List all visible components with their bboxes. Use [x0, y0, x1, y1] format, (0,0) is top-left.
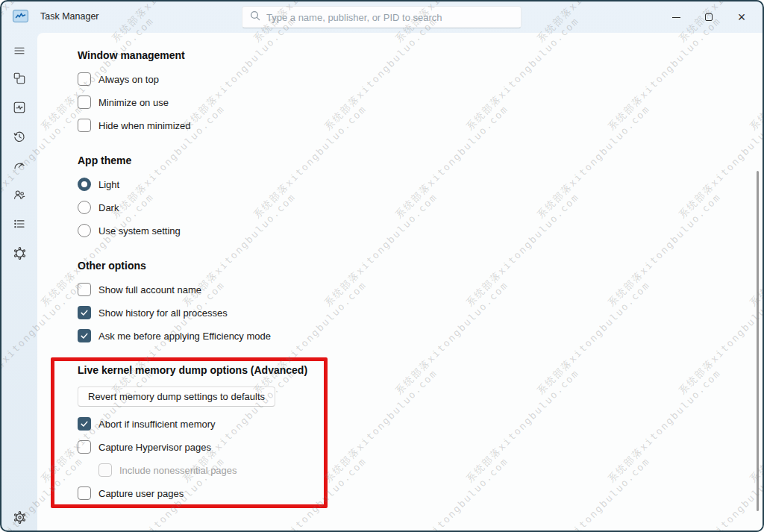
checkbox-row: Show full account name: [78, 282, 271, 297]
checkbox-row: Abort if insufficient memory: [78, 416, 307, 431]
sidebar-item-app-history[interactable]: [7, 125, 31, 148]
checkbox-label: Hide when minimized: [98, 120, 191, 131]
checkbox-label: Abort if insufficient memory: [98, 419, 216, 430]
users-icon: [13, 188, 26, 201]
settings-icon: [13, 510, 27, 525]
radio-row: Dark: [78, 200, 181, 215]
search-box[interactable]: [242, 6, 522, 28]
checkbox-label: Include nonessential pages: [119, 465, 237, 476]
section-title: Live kernel memory dump options (Advance…: [78, 364, 307, 376]
sidebar-item-performance[interactable]: [7, 96, 31, 119]
sidebar-item-processes[interactable]: [7, 66, 31, 90]
search-input[interactable]: [266, 12, 513, 23]
check-icon: [80, 331, 89, 340]
checkbox-label: Capture Hypervisor pages: [98, 442, 211, 453]
processes-icon: [13, 72, 26, 85]
details-icon: [13, 217, 26, 231]
radio-label: Dark: [98, 202, 119, 213]
section-app-theme: App theme LightDarkUse system setting: [78, 154, 181, 246]
checkbox[interactable]: [78, 417, 91, 431]
radio-label: Use system setting: [98, 225, 181, 237]
checkbox-label: Ask me before applying Efficiency mode: [98, 331, 271, 342]
minimize-icon: [672, 17, 680, 18]
services-icon: [13, 246, 27, 260]
checkbox[interactable]: [78, 306, 91, 319]
sidebar-item-details[interactable]: [7, 212, 31, 236]
revert-memory-dump-button[interactable]: Revert memory dump settings to defaults: [78, 387, 275, 407]
sidebar-item-services[interactable]: [7, 241, 31, 265]
minimize-button[interactable]: [660, 3, 692, 31]
radio-label: Light: [98, 179, 119, 190]
checkbox-row: Capture user pages: [78, 486, 307, 501]
checkbox-label: Capture user pages: [98, 488, 184, 499]
radio-button[interactable]: [78, 201, 91, 214]
section-other-options: Other options Show full account nameShow…: [78, 260, 271, 351]
app-icon: [13, 10, 28, 22]
titlebar: Task Manager ×: [1, 1, 763, 33]
checkbox-row: Minimize on use: [78, 95, 191, 110]
radio-row: Use system setting: [78, 223, 181, 238]
maximize-button[interactable]: [692, 3, 725, 31]
radio-button[interactable]: [78, 224, 91, 237]
sidebar-item-users[interactable]: [7, 183, 31, 207]
check-icon: [80, 419, 89, 428]
section-title: Other options: [78, 260, 271, 272]
sidebar-item-startup-apps[interactable]: [7, 154, 31, 178]
checkbox-row: Show history for all processes: [78, 305, 271, 320]
radio-button[interactable]: [78, 178, 91, 191]
checkbox-label: Show full account name: [98, 284, 201, 295]
task-manager-window: Task Manager ×: [0, 0, 764, 532]
window-title: Task Manager: [40, 11, 99, 22]
checkbox-label: Always on top: [98, 74, 159, 85]
checkbox-row: Capture Hypervisor pages: [78, 439, 307, 454]
window-controls: ×: [660, 1, 758, 33]
check-icon: [80, 308, 89, 317]
section-live-kernel-dump: Live kernel memory dump options (Advance…: [78, 364, 307, 509]
vertical-scrollbar[interactable]: [757, 171, 759, 511]
checkbox[interactable]: [78, 119, 91, 132]
maximize-icon: [705, 13, 713, 21]
checkbox[interactable]: [78, 96, 91, 109]
performance-icon: [13, 101, 26, 114]
sidebar: [1, 33, 37, 531]
search-icon: [250, 10, 260, 24]
settings-page: Window management Always on topMinimize …: [37, 33, 763, 531]
startup-apps-icon: [13, 159, 26, 172]
close-icon: ×: [738, 13, 746, 21]
radio-row: Light: [78, 177, 181, 192]
checkbox-row: Ask me before applying Efficiency mode: [78, 328, 271, 343]
checkbox[interactable]: [78, 72, 91, 86]
sidebar-item-settings[interactable]: [7, 505, 31, 529]
checkbox[interactable]: [78, 283, 91, 296]
checkbox-row: Hide when minimized: [78, 118, 191, 133]
checkbox-label: Minimize on use: [98, 97, 169, 108]
menu-icon: [13, 44, 26, 57]
checkbox-label: Show history for all processes: [98, 307, 228, 319]
app-history-icon: [13, 130, 26, 143]
section-title: App theme: [78, 154, 181, 166]
checkbox-row: Include nonessential pages: [98, 463, 307, 478]
section-window-management: Window management Always on topMinimize …: [78, 49, 191, 141]
menu-button[interactable]: [7, 39, 31, 63]
section-title: Window management: [78, 49, 191, 61]
close-button[interactable]: ×: [725, 3, 758, 31]
checkbox[interactable]: [78, 486, 91, 500]
checkbox[interactable]: [78, 440, 91, 454]
checkbox[interactable]: [78, 329, 91, 342]
checkbox: [98, 463, 112, 477]
checkbox-row: Always on top: [78, 72, 191, 87]
